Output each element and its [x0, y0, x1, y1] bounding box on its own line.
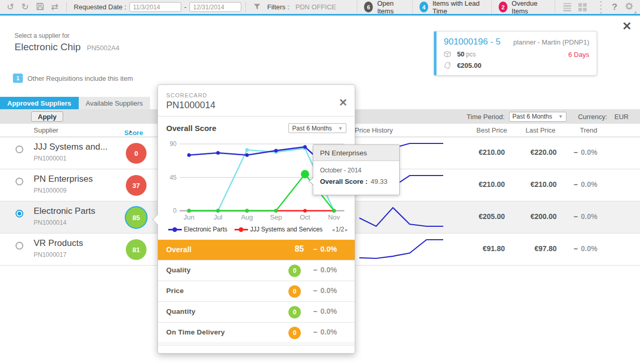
supplier-radio[interactable] [16, 242, 23, 250]
metric-row-price[interactable]: Price 0 –0.0% [158, 281, 355, 302]
apply-button[interactable]: Apply [31, 111, 63, 122]
best-price-value: €205.00 [463, 212, 505, 221]
metric-row-quantity[interactable]: Quantity 0 –0.0% [158, 302, 355, 323]
scorecard-popup: SCORECARD PN1000014 ✕ Overall Score Past… [157, 84, 355, 354]
legend-marker [235, 227, 248, 232]
score-badge[interactable]: 0 [126, 143, 147, 164]
time-period-dropdown[interactable]: Past 6 Months ▼ [509, 112, 567, 122]
metric-row-on-time-delivery[interactable]: On Time Delivery 0 –0.0% [158, 323, 355, 343]
svg-text:Jul: Jul [214, 213, 223, 221]
popup-footer [158, 345, 355, 354]
legend-next-icon[interactable]: ▸ [345, 227, 348, 232]
tab-approved-suppliers[interactable]: Approved Suppliers [0, 97, 79, 109]
score-badge[interactable]: 81 [126, 239, 147, 260]
overdue-items-badge[interactable]: 2 Overdue Items [491, 0, 555, 14]
trend-value: –0.0% [574, 148, 598, 156]
metric-label: On Time Delivery [166, 328, 225, 336]
requisitions-count-badge[interactable]: 1 [13, 74, 23, 83]
tooltip-date: October - 2014 [320, 167, 399, 174]
chevron-down-icon: ▼ [558, 114, 563, 119]
legend-prev-icon[interactable]: ◂ [332, 227, 334, 232]
time-period-value: Past 6 Months [513, 113, 552, 120]
currency-label: Currency: [578, 113, 607, 121]
sort-asc-icon: ▲ [128, 129, 133, 134]
order-price-value: €205.00 [457, 62, 482, 69]
metric-label: Price [166, 287, 184, 295]
supplier-radio[interactable] [16, 145, 23, 153]
supplier-radio-selected[interactable] [16, 210, 23, 217]
svg-text:45: 45 [170, 174, 177, 181]
popup-close-icon[interactable]: ✕ [339, 97, 347, 108]
metric-row-overall[interactable]: Overall 85 –0.0% [158, 240, 355, 260]
supplier-name: VR Products [34, 238, 83, 249]
lead-time-items-badge[interactable]: 4 Items with Lead Time [412, 0, 491, 14]
settings-gear-icon[interactable] [624, 2, 634, 12]
select-supplier-subtitle: Select a supplier for [14, 32, 69, 39]
score-badge[interactable]: 37 [126, 175, 147, 196]
scorecard-period-dropdown[interactable]: Past 6 Months ▼ [288, 123, 346, 133]
supplier-tabs: Approved Suppliers Available Suppliers [0, 97, 150, 109]
requisition-card[interactable]: 901000196 - 5 planner - Martin (PDNP1) 5… [434, 31, 597, 76]
planner-label: planner - Martin (PDNP1) [513, 38, 589, 46]
col-best-price: Best Price [476, 126, 507, 134]
filters-value[interactable]: PDN OFFICE [296, 3, 337, 11]
overdue-items-label: Overdue Items [512, 0, 548, 15]
price-history-sparkline [357, 237, 445, 263]
lead-time-items-label: Items with Lead Time [432, 0, 485, 15]
page-close-icon[interactable]: ✕ [622, 21, 632, 32]
help-icon[interactable]: ? [612, 2, 617, 12]
legend-label: JJJ Systems and Services [250, 226, 323, 233]
metric-trend: –0.0% [313, 307, 337, 315]
lead-time-items-count: 4 [419, 2, 428, 12]
undo-icon[interactable]: ↺ [7, 3, 14, 11]
legend-label: Electronic Parts [184, 226, 227, 233]
top-toolbar: ↺ ↻ ⇄ Requested Date : - Filters : PDN O… [0, 0, 640, 16]
scorecard-period-value: Past 6 Months [292, 125, 332, 132]
legend-item[interactable]: JJJ Systems and Services [235, 226, 323, 233]
svg-text:0: 0 [173, 207, 177, 214]
requisitions-text: Other Requisitions include this item [27, 75, 133, 82]
tooltip-score: Overall Score :49.33 [320, 178, 399, 185]
quantity-unit: pcs [466, 51, 476, 58]
col-score-label: Score [124, 129, 143, 137]
requested-date-label: Requested Date : [74, 3, 126, 11]
metric-trend: –0.0% [313, 266, 337, 274]
svg-text:Sep: Sep [270, 213, 282, 221]
metric-trend: –0.0% [313, 328, 337, 336]
score-badge[interactable]: 85 [126, 207, 147, 228]
chart-legend: Electronic Parts JJJ Systems and Service… [168, 226, 348, 233]
supplier-radio[interactable] [16, 178, 23, 185]
supplier-pn: PN1000014 [34, 219, 66, 226]
price-tag-icon [444, 63, 451, 70]
redo-icon[interactable]: ↻ [21, 3, 28, 11]
supplier-pn: PN1000009 [34, 187, 66, 194]
grid-view-icon[interactable] [578, 3, 587, 11]
trend-value: –0.0% [574, 244, 598, 253]
date-to-input[interactable] [190, 2, 241, 12]
legend-item[interactable]: Electronic Parts [168, 226, 227, 233]
gear-dropdown-indicator [634, 11, 636, 13]
list-view-icon[interactable] [563, 3, 571, 11]
divider [245, 2, 246, 12]
quantity-value: 50 [457, 50, 464, 58]
filters-label: Filters : [267, 3, 289, 11]
save-icon[interactable] [36, 3, 44, 12]
metric-row-quality[interactable]: Quality 0 –0.0% [158, 260, 355, 281]
filter-icon[interactable] [254, 3, 260, 11]
overdue-items-count: 2 [499, 2, 507, 12]
divider [66, 2, 67, 12]
date-from-input[interactable] [129, 2, 181, 12]
open-items-badge[interactable]: 6 Open Items [357, 0, 412, 14]
legend-page-indicator: 1/2 [336, 226, 344, 233]
metric-label: Quality [166, 266, 191, 274]
last-price-value: €210.00 [515, 180, 557, 188]
svg-text:90: 90 [170, 140, 177, 148]
transfer-icon[interactable]: ⇄ [51, 3, 59, 11]
metric-chip: 0 [288, 306, 301, 318]
order-number-link[interactable]: 901000196 - 5 [444, 37, 501, 47]
open-items-count: 6 [364, 2, 373, 12]
col-price-history: Price History [355, 126, 393, 134]
svg-text:Nov: Nov [328, 213, 340, 221]
package-icon [444, 51, 451, 59]
tab-available-suppliers[interactable]: Available Suppliers [79, 97, 150, 109]
